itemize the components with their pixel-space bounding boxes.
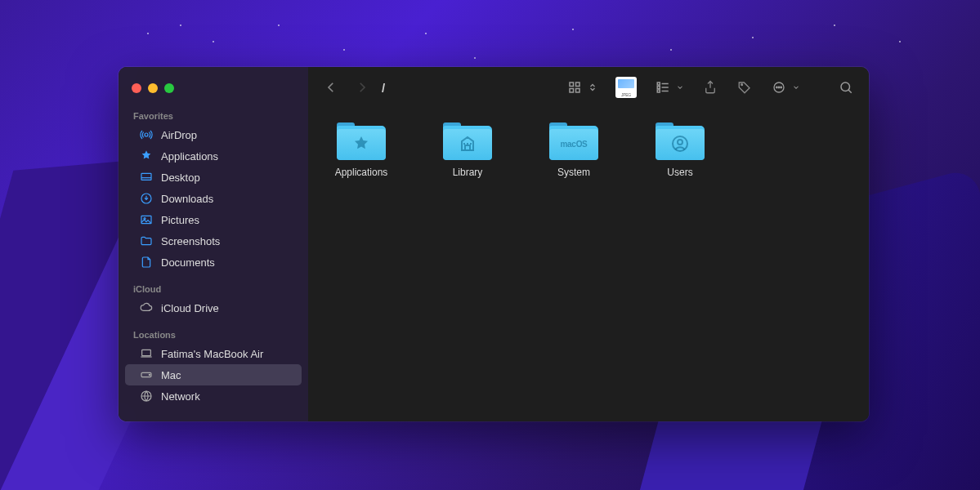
sidebar-item-label: Screenshots <box>161 235 220 247</box>
folder-icon <box>656 121 705 160</box>
search-button[interactable] <box>838 79 854 96</box>
documents-icon <box>140 256 153 269</box>
svg-rect-14 <box>657 87 660 89</box>
downloads-icon <box>140 192 153 205</box>
desktop-icon <box>140 171 153 184</box>
tag-button[interactable] <box>736 79 753 96</box>
sidebar-item-applications[interactable]: Applications <box>125 145 302 167</box>
svg-rect-11 <box>570 89 574 93</box>
svg-rect-13 <box>657 82 660 85</box>
section-favorites: Favorites <box>119 106 308 124</box>
folder-icon: macOS <box>549 121 598 160</box>
group-button[interactable] <box>655 79 671 96</box>
sidebar-item-icloud-drive[interactable]: iCloud Drive <box>125 297 302 318</box>
sidebar-item-label: Mac <box>161 369 181 381</box>
sidebar-item-desktop[interactable]: Desktop <box>125 167 302 188</box>
svg-rect-15 <box>657 90 660 92</box>
sidebar-item-label: AirDrop <box>161 129 197 141</box>
cloud-icon <box>140 301 153 314</box>
sidebar-item-label: Pictures <box>161 214 199 226</box>
minimize-button[interactable] <box>148 83 158 93</box>
svg-point-18 <box>776 87 778 88</box>
section-icloud: iCloud <box>119 279 308 297</box>
svg-point-20 <box>781 87 782 88</box>
sidebar-item-network[interactable]: Network <box>125 385 302 407</box>
sidebar-item-label: Documents <box>161 256 215 269</box>
sidebar-item-airdrop[interactable]: AirDrop <box>125 124 302 145</box>
file-browser[interactable]: Applications Library macOS System <box>308 108 869 421</box>
pictures-icon <box>140 213 153 226</box>
folder-label: System <box>557 167 590 178</box>
folder-label: Users <box>667 167 692 178</box>
applications-icon <box>140 149 153 163</box>
sidebar-item-label: Desktop <box>161 172 200 184</box>
sidebar-item-screenshots[interactable]: Screenshots <box>125 230 302 252</box>
sidebar-item-label: iCloud Drive <box>161 302 219 314</box>
folder-icon <box>140 234 153 247</box>
chevron-down-icon[interactable] <box>792 79 800 96</box>
airdrop-icon <box>140 128 153 141</box>
sidebar-item-documents[interactable]: Documents <box>125 252 302 273</box>
forward-button[interactable] <box>354 79 370 96</box>
folder-icon <box>443 121 492 160</box>
action-button[interactable] <box>771 79 787 96</box>
icon-view-button[interactable] <box>566 79 583 96</box>
back-button[interactable] <box>323 79 339 96</box>
sidebar-item-label: Downloads <box>161 193 213 205</box>
fullscreen-button[interactable] <box>164 83 174 93</box>
close-button[interactable] <box>132 83 141 93</box>
main-content: / <box>308 67 869 421</box>
svg-point-19 <box>778 87 780 88</box>
path-title: / <box>382 81 385 95</box>
folder-system[interactable]: macOS System <box>537 121 611 178</box>
sidebar-item-label: Network <box>161 390 200 403</box>
window-controls <box>119 78 308 106</box>
sidebar-item-downloads[interactable]: Downloads <box>125 188 302 209</box>
preview-app-icon[interactable] <box>615 77 637 98</box>
svg-rect-9 <box>570 82 574 87</box>
svg-point-0 <box>145 133 148 136</box>
chevron-down-icon[interactable] <box>676 79 684 96</box>
folder-label: Applications <box>335 167 388 178</box>
svg-rect-5 <box>142 350 151 355</box>
sidebar-item-macbook[interactable]: Fatima's MacBook Air <box>125 343 302 364</box>
folder-label: Library <box>453 167 483 178</box>
folder-library[interactable]: Library <box>431 121 504 178</box>
finder-window: Favorites AirDrop Applications Desktop D… <box>119 67 869 421</box>
sidebar-item-label: Fatima's MacBook Air <box>161 348 263 360</box>
section-locations: Locations <box>119 325 308 343</box>
globe-icon <box>140 390 153 403</box>
sidebar-item-pictures[interactable]: Pictures <box>125 209 302 230</box>
folder-applications[interactable]: Applications <box>324 121 398 178</box>
svg-point-23 <box>678 140 682 145</box>
sidebar-item-label: Applications <box>161 150 218 163</box>
sidebar: Favorites AirDrop Applications Desktop D… <box>119 67 308 421</box>
disk-icon <box>140 368 153 381</box>
toolbar: / <box>308 67 869 108</box>
svg-point-21 <box>841 82 850 91</box>
svg-rect-1 <box>141 173 151 180</box>
view-switch-icon[interactable] <box>588 79 597 96</box>
svg-point-16 <box>741 84 743 86</box>
sidebar-item-mac[interactable]: Mac <box>125 364 302 385</box>
svg-rect-10 <box>576 82 580 87</box>
folder-icon <box>337 121 386 160</box>
folder-users[interactable]: Users <box>643 121 717 178</box>
svg-rect-12 <box>576 89 580 93</box>
share-button[interactable] <box>702 79 718 96</box>
svg-point-7 <box>149 374 150 375</box>
laptop-icon <box>140 347 153 360</box>
